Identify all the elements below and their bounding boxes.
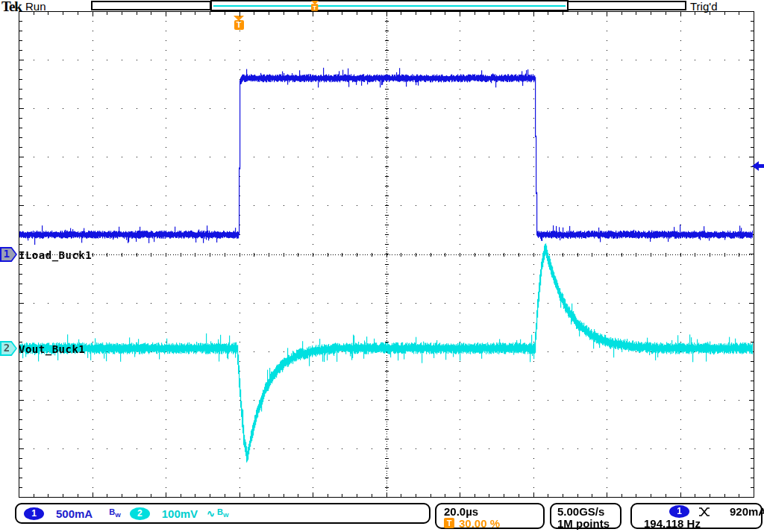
- channel1-marker-number: 1: [1, 248, 12, 260]
- channel2-badge[interactable]: 2: [130, 507, 150, 520]
- channel2-ac-coupling-icon: ∿: [207, 508, 215, 519]
- channel1-reference-marker[interactable]: 1: [0, 247, 17, 262]
- channel2-bandwidth-icon: BW: [217, 507, 229, 519]
- channel1-bandwidth-icon: BW: [109, 507, 121, 519]
- channel2-reference-marker[interactable]: 2: [0, 341, 17, 356]
- trigger-slope-either-icon: [698, 507, 710, 516]
- waveform-display: [0, 0, 764, 532]
- channel1-waveform-label: ILoad_Buck1: [19, 249, 92, 261]
- channel2-marker-number: 2: [1, 342, 12, 354]
- trigger-frequency: 194.118 Hz: [638, 517, 761, 529]
- channel2-waveform-label: Vout_Buck1: [19, 343, 85, 355]
- channel2-scale: 100mV: [162, 507, 198, 520]
- trigger-t-icon: T: [444, 518, 454, 528]
- trigger-position-percent: 30.00 %: [459, 517, 500, 530]
- acquisition-readout[interactable]: 5.00GS/s 1M points: [550, 503, 621, 529]
- trigger-level: 920mA: [730, 505, 764, 518]
- sample-rate: 5.00GS/s: [557, 505, 620, 517]
- trigger-level-arrow-icon[interactable]: [752, 160, 764, 174]
- trigger-readout[interactable]: 1 920mA 194.118 Hz: [630, 503, 763, 529]
- timebase-scale: 20.0µs: [444, 505, 543, 517]
- timebase-readout[interactable]: 20.0µs T 30.00 %: [435, 503, 545, 529]
- channel1-scale: 500mA: [56, 507, 93, 520]
- trigger-source-badge: 1: [669, 505, 689, 518]
- channel-scale-readout[interactable]: 1 500mA BW 2 100mV ∿ BW: [15, 503, 430, 524]
- record-length: 1M points: [557, 517, 620, 529]
- channel1-badge[interactable]: 1: [24, 507, 44, 520]
